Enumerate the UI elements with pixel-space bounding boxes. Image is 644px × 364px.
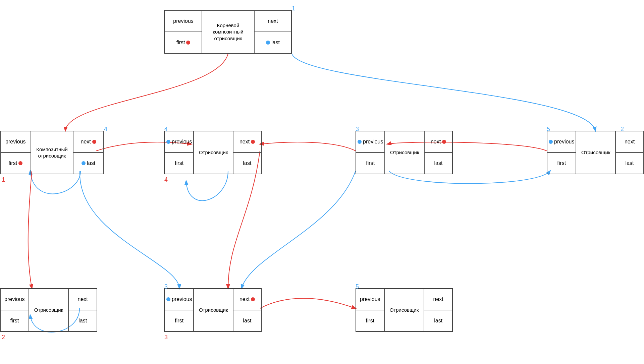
- renderer3-label: Отрисовщик: [576, 131, 615, 174]
- renderer5-last: last: [233, 310, 261, 331]
- composite1-previous: previous: [0, 131, 31, 153]
- composite1-first: first: [0, 153, 31, 174]
- composite1-next-dot: [92, 140, 96, 144]
- renderer2-last: last: [424, 153, 452, 174]
- renderer3-top-number: 2: [621, 126, 624, 133]
- composite1-last: last: [73, 153, 104, 174]
- renderer3-last: last: [615, 153, 644, 174]
- renderer5-top-number: 3: [164, 283, 168, 290]
- renderer1-node: previous Отрисовщик next first last: [164, 131, 262, 174]
- renderer4-first: first: [0, 310, 29, 331]
- composite1-last-dot: [82, 161, 86, 165]
- renderer1-previous: previous: [165, 131, 194, 153]
- renderer1-bottom-number: 4: [164, 176, 168, 183]
- renderer1-prev-dot: [166, 140, 170, 144]
- renderer1-first: first: [165, 153, 194, 174]
- root-last-dot: [266, 41, 270, 45]
- renderer6-top-number: 5: [356, 283, 359, 290]
- composite1-number: 1: [2, 176, 5, 183]
- renderer5-next: next: [233, 289, 261, 310]
- renderer3-side-number: 5: [547, 126, 550, 133]
- renderer5-node: previous Отрисовщик next first last: [164, 288, 262, 332]
- renderer5-first: first: [165, 310, 194, 331]
- root-number: 1: [292, 5, 295, 12]
- composite1-top-number: 4: [104, 126, 107, 133]
- renderer5-previous: previous: [165, 289, 194, 310]
- renderer2-prev-dot: [358, 140, 362, 144]
- root-last: last: [254, 32, 291, 53]
- renderer5-bottom-number: 3: [164, 334, 168, 341]
- root-label: Корневой композитный отрисовщик: [202, 10, 254, 53]
- renderer1-label: Отрисовщик: [194, 131, 233, 174]
- renderer6-previous: previous: [356, 289, 384, 310]
- renderer4-node: previous Отрисовщик next first last: [0, 288, 97, 332]
- renderer2-next-dot: [442, 140, 446, 144]
- renderer3-next: next: [615, 131, 644, 153]
- composite1-first-dot: [18, 161, 22, 165]
- renderer4-label: Отрисовщик: [29, 289, 69, 331]
- renderer1-top-number: 4: [164, 126, 168, 133]
- renderer3-first: first: [547, 153, 576, 174]
- renderer2-first: first: [356, 153, 385, 174]
- renderer6-label: Отрисовщик: [384, 289, 424, 331]
- renderer1-last: last: [233, 153, 261, 174]
- composite1-node: previous Композитный отрисовщик next fir…: [0, 131, 104, 174]
- renderer3-prev-dot: [549, 140, 553, 144]
- renderer6-first: first: [356, 310, 384, 331]
- renderer4-last: last: [68, 310, 97, 331]
- root-next: next: [254, 10, 291, 32]
- renderer4-previous: previous: [0, 289, 29, 310]
- renderer6-node: previous Отрисовщик next first last: [356, 288, 453, 332]
- renderer3-node: previous Отрисовщик next first last: [547, 131, 644, 174]
- renderer5-prev-dot: [166, 297, 170, 301]
- renderer2-top-number: 3: [356, 126, 359, 133]
- root-first-dot: [186, 41, 190, 45]
- renderer2-label: Отрисовщик: [385, 131, 424, 174]
- root-first: first: [165, 32, 202, 53]
- renderer6-next: next: [424, 289, 452, 310]
- renderer2-previous: previous: [356, 131, 385, 153]
- renderer1-next-dot: [251, 140, 255, 144]
- renderer2-node: previous Отрисовщик next first last: [356, 131, 453, 174]
- renderer4-next: next: [68, 289, 97, 310]
- root-previous: previous: [165, 10, 202, 32]
- renderer4-bottom-number: 2: [2, 334, 5, 341]
- renderer5-label: Отрисовщик: [194, 289, 233, 331]
- renderer2-next: next: [424, 131, 452, 153]
- composite1-next: next: [73, 131, 104, 153]
- composite1-label: Композитный отрисовщик: [31, 131, 73, 174]
- renderer1-next: next: [233, 131, 261, 153]
- renderer3-previous: previous: [547, 131, 576, 153]
- renderer6-last: last: [424, 310, 452, 331]
- renderer5-next-dot: [251, 297, 255, 301]
- root-node: previous Корневой композитный отрисовщик…: [164, 10, 292, 54]
